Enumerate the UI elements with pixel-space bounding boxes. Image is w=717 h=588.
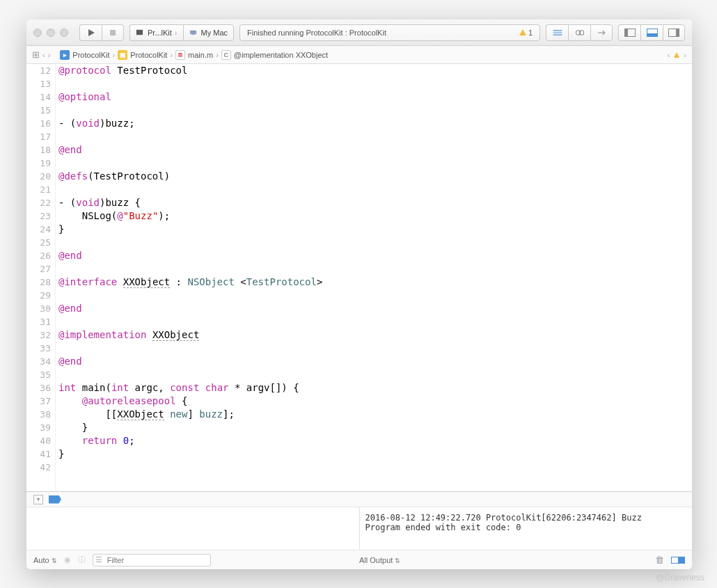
close-window-button[interactable] bbox=[33, 29, 42, 37]
scheme-selector[interactable]: Pr...lKit › My Mac bbox=[129, 24, 234, 41]
jumpbar-item-1[interactable]: ProtocolKit bbox=[130, 51, 167, 59]
zoom-window-button[interactable] bbox=[60, 29, 68, 37]
svg-rect-2 bbox=[136, 30, 143, 35]
project-icon: ▸ bbox=[60, 50, 70, 60]
stop-button[interactable] bbox=[102, 24, 124, 41]
search-icon: ☰ bbox=[95, 555, 102, 564]
run-stop-group bbox=[79, 24, 124, 41]
watermark: @Draveness bbox=[656, 573, 704, 582]
svg-rect-4 bbox=[191, 34, 194, 35]
warning-icon[interactable] bbox=[674, 52, 679, 58]
class-icon: C bbox=[221, 50, 231, 60]
jump-bar: ⊞ ‹ › ▸ ProtocolKit › ▣ ProtocolKit › m … bbox=[26, 46, 692, 64]
debug-main: 2016-08-12 12:49:22.720 ProtocolKit[6220… bbox=[26, 507, 692, 550]
scheme-project-label: Pr...lKit bbox=[148, 29, 172, 37]
forward-button[interactable]: › bbox=[48, 51, 51, 59]
svg-point-9 bbox=[579, 30, 583, 34]
editor-mode-group bbox=[546, 24, 613, 41]
variables-scope-button[interactable]: Auto ⇅ bbox=[33, 556, 57, 564]
console-output-scope-button[interactable]: All Output ⇅ bbox=[359, 556, 400, 564]
debug-panel-icon bbox=[647, 29, 658, 37]
warning-badge[interactable]: 1 bbox=[519, 29, 533, 37]
console-view[interactable]: 2016-08-12 12:49:22.720 ProtocolKit[6220… bbox=[360, 507, 693, 550]
show-variables-pane-button[interactable] bbox=[671, 557, 678, 564]
m-file-icon: m bbox=[175, 50, 185, 60]
debug-toolbar: ▾ bbox=[26, 492, 692, 507]
debug-area: ▾ 2016-08-12 12:49:22.720 ProtocolKit[62… bbox=[26, 491, 692, 569]
related-items-button[interactable]: ⊞ bbox=[32, 49, 40, 60]
svg-rect-3 bbox=[189, 31, 196, 35]
console-line: Program ended with exit code: 0 bbox=[365, 523, 687, 532]
minimize-window-button[interactable] bbox=[47, 29, 55, 37]
svg-marker-0 bbox=[88, 29, 95, 36]
warning-icon bbox=[519, 29, 526, 35]
run-button[interactable] bbox=[79, 24, 102, 41]
variables-filter: ☰ bbox=[93, 554, 211, 566]
clear-console-button[interactable]: 🗑 bbox=[655, 555, 664, 565]
chevron-icon: › bbox=[113, 51, 116, 59]
toggle-debug-area-button[interactable] bbox=[640, 24, 663, 41]
svg-rect-1 bbox=[110, 30, 116, 35]
debug-hide-button[interactable]: ▾ bbox=[33, 495, 43, 504]
assistant-editor-button[interactable] bbox=[568, 24, 590, 41]
quicklook-button[interactable]: ◉ bbox=[64, 555, 71, 564]
version-editor-button[interactable] bbox=[590, 24, 613, 41]
standard-editor-button[interactable] bbox=[546, 24, 568, 41]
toolbar: Pr...lKit › My Mac Finished running Prot… bbox=[26, 19, 692, 46]
chevron-right-icon: › bbox=[175, 29, 178, 37]
code-content[interactable]: @protocol TestProtocol @optional - (void… bbox=[56, 64, 692, 491]
toggle-utilities-button[interactable] bbox=[663, 24, 685, 41]
debug-bottom-bar: Auto ⇅ ◉ ⓘ ☰ All Output ⇅ 🗑 bbox=[26, 550, 692, 569]
jumpbar-item-3[interactable]: @implementation XXObject bbox=[234, 51, 328, 59]
window-controls bbox=[33, 29, 68, 37]
chevron-icon: › bbox=[216, 51, 219, 59]
warning-count: 1 bbox=[528, 29, 533, 37]
debug-pane-toggle bbox=[671, 557, 685, 564]
navigator-panel-icon bbox=[624, 29, 636, 37]
show-console-pane-button[interactable] bbox=[678, 557, 685, 564]
jumpbar-item-0[interactable]: ProtocolKit bbox=[72, 51, 109, 59]
folder-icon: ▣ bbox=[118, 50, 127, 60]
activity-status: Finished running ProtocolKit : ProtocolK… bbox=[239, 24, 540, 41]
scheme-destination[interactable]: My Mac bbox=[183, 24, 235, 41]
back-button[interactable]: ‹ bbox=[42, 51, 45, 59]
variables-view[interactable] bbox=[26, 507, 360, 550]
utilities-panel-icon bbox=[668, 29, 679, 37]
jumpbar-next-issue[interactable]: › bbox=[684, 51, 686, 59]
toolbar-right bbox=[546, 24, 685, 41]
status-text: Finished running ProtocolKit : ProtocolK… bbox=[247, 29, 386, 37]
scheme-device-label: My Mac bbox=[201, 29, 228, 37]
toggle-navigator-button[interactable] bbox=[618, 24, 640, 41]
console-line: 2016-08-12 12:49:22.720 ProtocolKit[6220… bbox=[365, 513, 687, 523]
scheme-project[interactable]: Pr...lKit › bbox=[129, 24, 183, 41]
line-gutter: 1213141516171819202122232425262728293031… bbox=[26, 64, 56, 491]
variables-filter-input[interactable] bbox=[93, 554, 211, 566]
jumpbar-prev-issue[interactable]: ‹ bbox=[668, 51, 670, 59]
panel-toggle-group bbox=[618, 24, 685, 41]
breakpoint-toggle-button[interactable] bbox=[49, 495, 61, 504]
info-button[interactable]: ⓘ bbox=[78, 555, 86, 565]
xcode-window: Pr...lKit › My Mac Finished running Prot… bbox=[26, 19, 692, 569]
jumpbar-item-2[interactable]: main.m bbox=[188, 51, 213, 59]
code-editor[interactable]: 1213141516171819202122232425262728293031… bbox=[26, 64, 692, 491]
chevron-icon: › bbox=[170, 51, 173, 59]
